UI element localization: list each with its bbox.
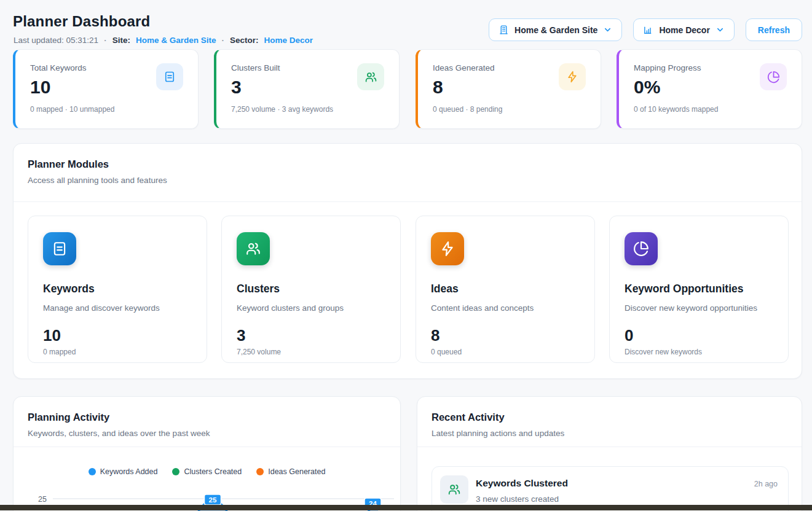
y-axis-tick-label: 25 [38, 495, 47, 504]
pie-chart-icon [625, 232, 658, 265]
stat-card-ideas-generated: Ideas Generated 8 0 queued · 8 pending [416, 49, 601, 129]
modules-section-subtitle: Access all planning tools and features [28, 176, 167, 185]
refresh-button-label: Refresh [758, 25, 790, 35]
planning-activity-title: Planning Activity [28, 412, 109, 423]
svg-text:25: 25 [209, 496, 217, 504]
planning-activity-subtitle: Keywords, clusters, and ideas over the p… [28, 429, 210, 438]
stat-card-clusters-built: Clusters Built 3 7,250 volume · 3 avg ke… [214, 49, 400, 129]
module-value: 8 [431, 327, 580, 343]
legend-dot-blue [89, 468, 96, 475]
site-selector-dropdown[interactable]: Home & Garden Site [489, 18, 622, 41]
legend-dot-orange [256, 468, 264, 475]
module-detail: 7,250 volume [237, 348, 385, 356]
divider [417, 447, 802, 447]
pie-chart-icon [760, 63, 787, 90]
module-title: Clusters [237, 283, 385, 295]
stat-detail: 7,250 volume · 3 avg keywords [231, 105, 384, 114]
planning-activity-panel: Planning Activity Keywords, clusters, an… [13, 396, 401, 511]
sector-label: Sector: [230, 36, 259, 45]
stat-card-total-keywords: Total Keywords 10 0 mapped · 10 unmapped [13, 49, 199, 129]
module-title: Ideas [431, 283, 580, 295]
users-icon [440, 475, 468, 504]
stat-detail: 0 of 10 keywords mapped [634, 105, 787, 114]
site-value-link[interactable]: Home & Garden Site [136, 36, 216, 45]
module-card-keyword-opportunities[interactable]: Keyword Opportunities Discover new keywo… [609, 216, 789, 363]
bottom-edge-bar [0, 505, 812, 510]
legend-item-clusters-created: Clusters Created [172, 467, 242, 476]
module-value: 3 [237, 327, 385, 343]
meta-separator: · [104, 36, 107, 45]
header-controls: Home & Garden Site Home Decor Refresh [489, 18, 802, 41]
last-updated-text: Last updated: 05:31:21 [14, 36, 98, 45]
module-card-clusters[interactable]: Clusters Keyword clusters and groups 3 7… [221, 216, 401, 363]
document-icon [156, 63, 183, 90]
zap-icon [559, 63, 586, 90]
planner-dashboard-page: Planner Dashboard Last updated: 05:31:21… [0, 0, 812, 511]
modules-section-title: Planner Modules [28, 158, 109, 170]
module-description: Content ideas and concepts [431, 303, 580, 313]
header-meta: Last updated: 05:31:21 · Site: Home & Ga… [14, 36, 313, 45]
meta-separator: · [221, 36, 224, 45]
site-selector-label: Home & Garden Site [514, 25, 597, 35]
users-icon [357, 63, 384, 90]
legend-item-ideas-generated: Ideas Generated [256, 467, 325, 476]
recent-activity-subtitle: Latest planning actions and updates [432, 429, 564, 438]
stat-detail: 0 mapped · 10 unmapped [30, 105, 183, 114]
recent-activity-title: Recent Activity [432, 412, 505, 423]
legend-label: Keywords Added [100, 467, 158, 476]
planner-modules-panel: Planner Modules Access all planning tool… [13, 143, 802, 379]
users-icon [237, 232, 270, 265]
module-title: Keywords [43, 283, 192, 295]
bar-chart-icon [643, 25, 653, 35]
module-detail: Discover new keywords [625, 348, 773, 356]
module-value: 0 [625, 327, 773, 343]
stat-detail: 0 queued · 8 pending [433, 105, 586, 114]
legend-item-keywords-added: Keywords Added [89, 467, 158, 476]
legend-dot-green [172, 468, 179, 475]
module-card-ideas[interactable]: Ideas Content ideas and concepts 8 0 que… [416, 216, 595, 363]
legend-label: Ideas Generated [268, 467, 325, 476]
chevron-down-icon [603, 25, 612, 34]
module-description: Manage and discover keywords [43, 303, 192, 313]
chart-legend: Keywords Added Clusters Created Ideas Ge… [14, 467, 400, 476]
refresh-button[interactable]: Refresh [746, 18, 802, 41]
module-detail: 0 queued [431, 348, 580, 356]
divider [14, 201, 802, 202]
chevron-down-icon [715, 25, 725, 34]
module-description: Keyword clusters and groups [237, 303, 385, 313]
module-card-keywords[interactable]: Keywords Manage and discover keywords 10… [28, 216, 207, 363]
sector-selector-label: Home Decor [659, 25, 709, 35]
building-icon [499, 25, 509, 35]
stat-card-mapping-progress: Mapping Progress 0% 0 of 10 keywords map… [617, 49, 802, 129]
activity-item-description: 3 new clusters created [476, 494, 559, 504]
activity-item-title: Keywords Clustered [476, 478, 568, 489]
module-value: 10 [43, 327, 192, 343]
recent-activity-panel: Recent Activity Latest planning actions … [417, 396, 802, 511]
module-title: Keyword Opportunities [625, 283, 773, 295]
legend-label: Clusters Created [184, 467, 242, 476]
site-label: Site: [112, 36, 130, 45]
module-description: Discover new keyword opportunities [625, 303, 773, 313]
page-title: Planner Dashboard [13, 13, 150, 30]
sector-selector-dropdown[interactable]: Home Decor [633, 18, 734, 41]
activity-item-timestamp: 2h ago [754, 480, 778, 488]
sector-value-link[interactable]: Home Decor [264, 36, 313, 45]
module-detail: 0 mapped [43, 348, 192, 356]
zap-icon [431, 232, 464, 265]
divider [14, 447, 400, 447]
document-icon [43, 232, 76, 265]
data-point-label-badge: 25 [205, 494, 221, 505]
